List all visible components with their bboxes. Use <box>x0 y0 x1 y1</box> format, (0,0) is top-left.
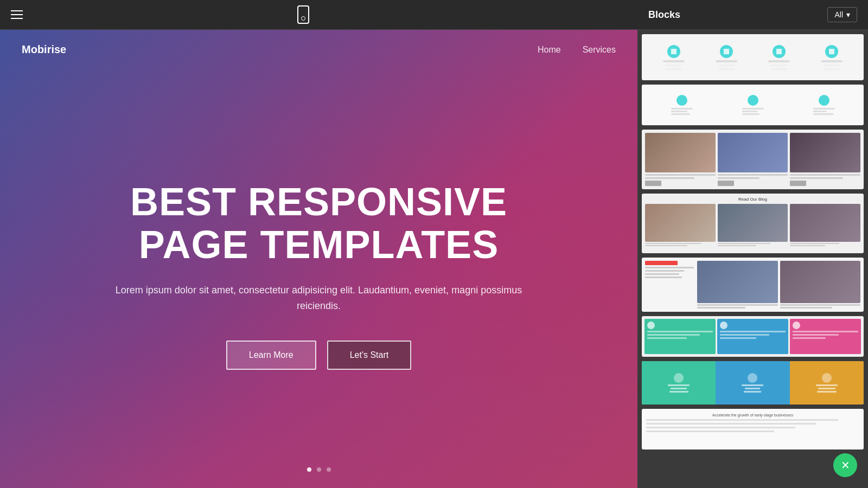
navbar: Mobirise Home Services <box>0 30 637 69</box>
bt4-card-3 <box>790 204 860 246</box>
bt3-card-2 <box>718 133 788 186</box>
bt2-dot-3 <box>819 95 829 106</box>
nav-link-home[interactable]: Home <box>538 45 561 55</box>
bt6-col-1 <box>644 319 716 354</box>
block-thumb-article[interactable] <box>642 258 864 312</box>
bt5-left <box>645 261 694 309</box>
blocks-panel-title: Blocks <box>648 9 680 21</box>
bt8-title-text: Accelerate the growth of early-stage bus… <box>646 413 859 417</box>
block-thumb-colored-cols[interactable] <box>642 316 864 357</box>
block-preview-article <box>642 258 864 312</box>
hamburger-menu-button[interactable] <box>11 10 23 19</box>
bt3-card-3 <box>790 133 860 186</box>
block-preview-dots <box>642 85 864 125</box>
hero-buttons: Learn More Let's Start <box>226 341 411 370</box>
mobile-device-icon[interactable] <box>297 5 309 24</box>
brand-name: Mobirise <box>22 43 66 56</box>
block-preview-photo-cards <box>642 130 864 189</box>
bt1-col-3 <box>768 45 790 70</box>
block-thumb-blog[interactable]: Read Our Blog <box>642 194 864 253</box>
block-preview-blog: Read Our Blog <box>642 194 864 253</box>
device-switcher <box>297 5 309 24</box>
block-preview-colorful <box>642 361 864 404</box>
block-thumb-icons-row[interactable] <box>642 34 864 80</box>
close-button[interactable]: ✕ <box>833 453 857 477</box>
hero-subtitle: Lorem ipsum dolor sit amet, consectetur … <box>116 282 522 314</box>
bt2-dot-2 <box>748 95 758 106</box>
block-thumb-text-section[interactable]: Accelerate the growth of early-stage bus… <box>642 409 864 450</box>
filter-label: All <box>834 10 843 19</box>
block-preview-text: Accelerate the growth of early-stage bus… <box>642 409 864 450</box>
bt7-col-1 <box>642 361 716 404</box>
block-thumb-dots-row[interactable] <box>642 85 864 125</box>
bt6-col-3 <box>790 319 861 354</box>
bt2-dot-1 <box>676 95 687 106</box>
bt7-col-3 <box>790 361 864 404</box>
bt2-col-2 <box>742 95 764 115</box>
bt1-icon-4 <box>825 45 838 58</box>
blocks-list[interactable]: Read Our Blog <box>637 30 868 488</box>
editor-area: Mobirise Home Services BEST RESPONSIVE P… <box>0 0 637 488</box>
carousel-dot-2[interactable] <box>317 467 321 472</box>
bt5-right <box>697 261 860 309</box>
chevron-down-icon: ▾ <box>846 10 850 19</box>
bt5-card-1 <box>697 261 778 309</box>
bt1-col-2 <box>716 45 737 70</box>
hero-title-line2: PAGE TEMPLATES <box>139 223 499 266</box>
hero-title: BEST RESPONSIVE PAGE TEMPLATES <box>130 181 507 266</box>
bt3-card-1 <box>645 133 716 186</box>
canvas-area: Mobirise Home Services BEST RESPONSIVE P… <box>0 30 637 488</box>
blocks-panel-header: Blocks All ▾ <box>637 0 868 30</box>
carousel-dots <box>307 467 331 472</box>
bt2-col-3 <box>813 95 835 115</box>
bt1-icon-3 <box>773 45 786 58</box>
bt4-card-1 <box>645 204 716 246</box>
hero-title-line1: BEST RESPONSIVE <box>130 180 507 223</box>
bt4-cards <box>645 204 860 246</box>
top-toolbar <box>0 0 637 30</box>
bt1-icon-1 <box>667 45 680 58</box>
bt5-card-2 <box>780 261 861 309</box>
bt6-col-2 <box>717 319 788 354</box>
bt1-col-1 <box>663 45 685 70</box>
blocks-filter-dropdown[interactable]: All ▾ <box>827 7 857 22</box>
bt2-col-1 <box>671 95 693 115</box>
bt7-col-2 <box>716 361 789 404</box>
nav-link-services[interactable]: Services <box>583 45 616 55</box>
block-thumb-colorful-icons[interactable] <box>642 361 864 404</box>
bt4-title-text: Read Our Blog <box>645 197 860 202</box>
learn-more-button[interactable]: Learn More <box>226 341 316 370</box>
hero-section: Mobirise Home Services BEST RESPONSIVE P… <box>0 30 637 488</box>
blocks-panel: Blocks All ▾ <box>637 0 868 488</box>
bt1-icon-2 <box>720 45 733 58</box>
block-preview-icons <box>642 34 864 80</box>
bt4-card-2 <box>718 204 788 246</box>
bt1-col-4 <box>821 45 843 70</box>
block-thumb-photo-cards[interactable] <box>642 130 864 189</box>
carousel-dot-1[interactable] <box>307 467 311 472</box>
block-preview-colored <box>642 316 864 357</box>
hero-content: BEST RESPONSIVE PAGE TEMPLATES Lorem ips… <box>0 30 637 488</box>
lets-start-button[interactable]: Let's Start <box>327 341 412 370</box>
carousel-dot-3[interactable] <box>327 467 331 472</box>
nav-links: Home Services <box>538 45 616 55</box>
